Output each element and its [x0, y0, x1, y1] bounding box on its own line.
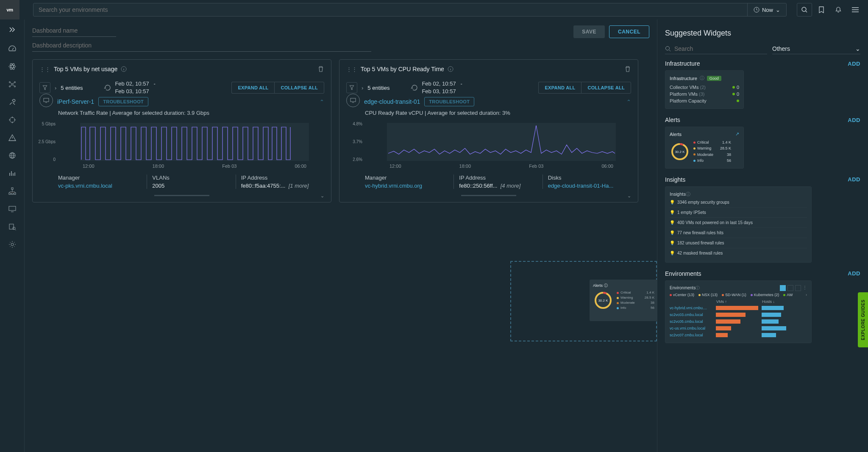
- date-range-picker[interactable]: Feb 02, 10:57 - Feb 03, 10:57: [411, 80, 462, 95]
- bookmark-button[interactable]: [814, 3, 829, 17]
- panel-title: Suggested Widgets: [665, 29, 860, 38]
- nav-hierarchy[interactable]: [5, 182, 20, 200]
- section-insights: Insights: [665, 176, 685, 183]
- widget-title: Top 5 VMs by CPU Ready Time: [361, 66, 444, 72]
- info-icon[interactable]: [121, 66, 127, 72]
- delete-button[interactable]: [624, 66, 631, 72]
- widget-search-input[interactable]: [674, 45, 767, 52]
- resize-handle[interactable]: ⌄: [346, 193, 631, 199]
- delete-button[interactable]: [317, 66, 324, 72]
- resize-handle[interactable]: ⌄: [39, 193, 324, 199]
- donut-icon: 30.2 K: [670, 141, 690, 162]
- date-range-picker[interactable]: Feb 02, 10:57 - Feb 03, 10:57: [104, 80, 155, 95]
- nav-dashboard[interactable]: [5, 40, 20, 58]
- vm-name-link[interactable]: edge-cloud-transit-01: [364, 98, 420, 105]
- add-insights[interactable]: ADD: [848, 176, 860, 183]
- nav-search-list[interactable]: [5, 218, 20, 236]
- svg-rect-16: [14, 193, 16, 194]
- manager-link[interactable]: vc-hybrid.vrni.cmbu.org: [365, 183, 448, 189]
- filter-icon: [42, 85, 47, 90]
- search-input[interactable]: [33, 6, 747, 13]
- date-to: Feb 03, 10:57: [115, 88, 155, 95]
- menu-button[interactable]: [848, 3, 863, 17]
- save-button[interactable]: SAVE: [573, 25, 605, 38]
- widget-search[interactable]: [665, 45, 767, 54]
- date-from: Feb 02, 10:57: [115, 80, 149, 87]
- expand-all-button[interactable]: EXPAND ALL: [538, 82, 581, 94]
- add-infrastructure[interactable]: ADD: [848, 61, 860, 67]
- time-picker[interactable]: Now ⌄: [747, 3, 786, 16]
- vm-name-link[interactable]: iPerf-Server-1: [57, 98, 94, 105]
- ip-more-link[interactable]: [1 more]: [289, 183, 309, 189]
- troubleshoot-button[interactable]: TROUBLESHOOT: [424, 97, 474, 106]
- filter-button[interactable]: [346, 82, 357, 93]
- collapse-icon[interactable]: ⌃: [626, 99, 631, 105]
- svg-rect-15: [11, 193, 13, 194]
- section-infrastructure: Infrastructure: [665, 60, 700, 67]
- collapse-all-button[interactable]: COLLAPSE ALL: [581, 82, 631, 94]
- dashboard-desc-input[interactable]: [32, 40, 371, 52]
- nav-settings[interactable]: [5, 236, 20, 253]
- chevron-down-icon: ⌄: [776, 7, 780, 13]
- vm-icon: [346, 94, 360, 107]
- dashboard-canvas: SAVE CANCEL ⋮⋮ Top 5 VMs by net usage › …: [25, 19, 657, 452]
- date-to: Feb 03, 10:57: [422, 88, 462, 95]
- brand-logo: vm: [0, 0, 19, 19]
- view-toggle[interactable]: ⋮: [780, 285, 807, 291]
- nav-reports[interactable]: [5, 164, 20, 182]
- explore-guides-tab[interactable]: EXPLORE GUIDES: [858, 292, 868, 347]
- chevron-right-icon[interactable]: ›: [362, 85, 363, 91]
- gauge-icon: [8, 44, 17, 53]
- svg-point-2: [9, 65, 16, 68]
- collapse-all-button[interactable]: COLLAPSE ALL: [274, 82, 324, 94]
- topbar: vm Now ⌄: [0, 0, 868, 19]
- chart-net-traffic: 5 Gbps 2.5 Gbps 0 12:0018:00Feb 0306:00: [58, 119, 324, 169]
- disk-link[interactable]: edge-cloud-transit-01-Ha...: [548, 183, 626, 189]
- environments-card[interactable]: Environmentsⓘ ⋮ vCenter (13)NSX (13)SD-W…: [665, 280, 812, 343]
- add-environments[interactable]: ADD: [848, 270, 860, 277]
- insights-card[interactable]: Insightsⓘ 💡3346 empty security groups💡1 …: [665, 186, 812, 263]
- svg-point-7: [14, 82, 15, 83]
- troubleshoot-button[interactable]: TROUBLESHOOT: [98, 97, 148, 106]
- drag-handle-icon[interactable]: ⋮⋮: [346, 66, 357, 72]
- chevrons-right-icon: [9, 27, 16, 33]
- add-alerts[interactable]: ADD: [848, 117, 860, 123]
- search-button[interactable]: [797, 3, 812, 17]
- top-actions: [792, 3, 868, 17]
- nav-alerts[interactable]: [5, 129, 20, 147]
- nav-network[interactable]: [5, 75, 20, 93]
- chevron-right-icon[interactable]: ›: [55, 85, 56, 91]
- network-icon: [8, 80, 17, 89]
- search-icon: [665, 46, 671, 52]
- clock-icon: [754, 7, 760, 13]
- nav-global[interactable]: [5, 147, 20, 164]
- filter-button[interactable]: [39, 82, 50, 93]
- info-icon[interactable]: [448, 66, 453, 72]
- entity-count: 5 entities: [367, 85, 389, 91]
- svg-text:0: 0: [53, 157, 56, 162]
- cancel-button[interactable]: CANCEL: [609, 25, 649, 38]
- svg-text:4.8%: 4.8%: [353, 122, 362, 126]
- collapse-icon[interactable]: ⌃: [320, 99, 324, 105]
- hierarchy-icon: [8, 187, 17, 195]
- notifications-button[interactable]: [831, 3, 846, 17]
- vm-details: Managervc-pks.vrni.cmbu.local VLANs2005 …: [58, 175, 324, 189]
- gear-icon: [8, 240, 17, 249]
- global-search[interactable]: Now ⌄: [33, 3, 787, 17]
- alerts-card[interactable]: Alerts↗ 30.2 K Critical1.4 KWarning28.5 …: [665, 127, 744, 169]
- nav-topology[interactable]: [5, 58, 20, 75]
- dashboard-name-input[interactable]: [32, 25, 116, 37]
- nav-expand[interactable]: [5, 22, 20, 37]
- nav-monitor[interactable]: [5, 200, 20, 218]
- widget-filter-select[interactable]: Others⌄: [772, 45, 860, 54]
- infrastructure-card[interactable]: InfrastructureⓘGood Collector VMs (2)0Pl…: [665, 70, 744, 109]
- expand-all-button[interactable]: EXPAND ALL: [231, 82, 274, 94]
- nav-target[interactable]: [5, 111, 20, 129]
- svg-text:2.5 Gbps: 2.5 Gbps: [38, 139, 56, 144]
- nav-tools[interactable]: [5, 93, 20, 111]
- svg-rect-13: [11, 188, 13, 189]
- ip-more-link[interactable]: [4 more]: [501, 183, 521, 189]
- dragging-widget-alerts[interactable]: Alerts ⓘ↗ 30.2 K Critical1.4 KWarning28.…: [590, 280, 657, 321]
- drag-handle-icon[interactable]: ⋮⋮: [39, 66, 50, 72]
- manager-link[interactable]: vc-pks.vrni.cmbu.local: [58, 183, 142, 189]
